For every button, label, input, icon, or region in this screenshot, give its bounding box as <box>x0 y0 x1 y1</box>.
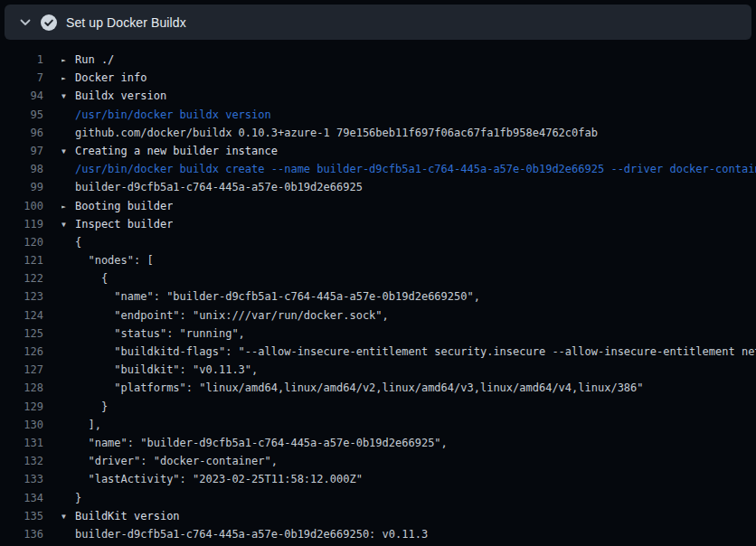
triangle-right-icon[interactable]: ► <box>61 52 75 69</box>
log-line-text: /usr/bin/docker buildx create --name bui… <box>61 160 756 178</box>
group-title: Creating a new builder instance <box>75 145 278 157</box>
line-number[interactable]: 100 <box>0 197 43 215</box>
line-number[interactable]: 134 <box>0 489 43 507</box>
triangle-down-icon[interactable]: ▼ <box>61 143 75 160</box>
step-header[interactable]: Set up Docker Buildx <box>5 5 751 40</box>
line-number[interactable]: 98 <box>0 160 43 178</box>
line-number[interactable]: 131 <box>0 434 43 452</box>
line-number[interactable]: 126 <box>0 343 43 361</box>
line-number[interactable]: 128 <box>0 379 43 397</box>
log-row[interactable]: 100 ►Booting builder <box>0 197 756 215</box>
line-number[interactable]: 124 <box>0 306 43 325</box>
log-row: 130 ], <box>0 416 756 434</box>
chevron-down-icon[interactable] <box>20 19 31 26</box>
triangle-down-icon[interactable]: ▼ <box>61 216 75 233</box>
line-number[interactable]: 136 <box>0 525 43 543</box>
log-line-text: "endpoint": "unix:///var/run/docker.sock… <box>61 306 389 325</box>
log-line-text: ►Run ./ <box>61 51 114 69</box>
log-line-text: ▼BuildKit version <box>61 507 180 525</box>
log-line-text: } <box>61 398 108 416</box>
line-number[interactable]: 97 <box>0 142 43 160</box>
check-circle-icon <box>41 14 57 31</box>
log-line-text: builder-d9cfb5a1-c764-445a-a57e-0b19d2e6… <box>61 178 363 196</box>
line-number[interactable]: 119 <box>0 215 43 233</box>
group-title: Booting builder <box>75 200 173 212</box>
log-row: 120 { <box>0 233 756 251</box>
log-line-text: ▼Inspect builder <box>61 215 173 233</box>
line-number[interactable]: 95 <box>0 106 43 124</box>
log-line-text: "name": "builder-d9cfb5a1-c764-445a-a57e… <box>61 287 480 306</box>
log-viewer: 1 ►Run ./ 7 ►Docker info 94 ▼Buildx vers… <box>0 40 756 546</box>
log-line-text: { <box>61 233 81 251</box>
log-line-text: builder-d9cfb5a1-c764-445a-a57e-0b19d2e6… <box>61 525 428 543</box>
log-row: 134 } <box>0 489 756 507</box>
log-line-text: "platforms": "linux/amd64,linux/amd64/v2… <box>61 379 644 397</box>
group-title: Buildx version <box>75 89 166 102</box>
log-row: 129 } <box>0 398 756 416</box>
log-row: 131 "name": "builder-d9cfb5a1-c764-445a-… <box>0 434 756 452</box>
group-title: Docker info <box>75 71 146 84</box>
log-line-text: "buildkit": "v0.11.3", <box>61 361 258 379</box>
log-row: 99 builder-d9cfb5a1-c764-445a-a57e-0b19d… <box>0 178 756 196</box>
log-line-text: /usr/bin/docker buildx version <box>61 106 271 124</box>
log-line-text: } <box>61 489 81 507</box>
line-number[interactable]: 120 <box>0 233 43 251</box>
log-line-text: "name": "builder-d9cfb5a1-c764-445a-a57e… <box>61 434 448 452</box>
log-row[interactable]: 135 ▼BuildKit version <box>0 507 756 525</box>
group-title: Inspect builder <box>75 218 173 231</box>
log-row: 95 /usr/bin/docker buildx version <box>0 106 756 124</box>
line-number[interactable]: 132 <box>0 452 43 470</box>
triangle-right-icon[interactable]: ► <box>61 198 75 215</box>
triangle-down-icon[interactable]: ▼ <box>61 508 75 525</box>
line-number[interactable]: 130 <box>0 416 43 434</box>
log-row: 98 /usr/bin/docker buildx create --name … <box>0 160 756 178</box>
triangle-down-icon[interactable]: ▼ <box>61 88 75 105</box>
log-line-text: ▼Buildx version <box>61 87 166 105</box>
log-line-text: github.com/docker/buildx 0.10.3+azure-1 … <box>61 124 598 142</box>
log-line-text: ►Booting builder <box>61 197 173 215</box>
log-line-text: "driver": "docker-container", <box>61 452 278 470</box>
log-row: 125 "status": "running", <box>0 325 756 343</box>
log-row[interactable]: 7 ►Docker info <box>0 69 756 87</box>
line-number[interactable]: 133 <box>0 470 43 488</box>
line-number[interactable]: 135 <box>0 507 43 525</box>
log-line-text: "status": "running", <box>61 325 245 343</box>
log-row: 126 "buildkitd-flags": "--allow-insecure… <box>0 343 756 361</box>
group-title: BuildKit version <box>75 510 180 522</box>
log-line-text: { <box>61 269 108 287</box>
line-number[interactable]: 129 <box>0 398 43 416</box>
log-row[interactable]: 94 ▼Buildx version <box>0 87 756 105</box>
log-row: 132 "driver": "docker-container", <box>0 452 756 470</box>
line-number[interactable]: 123 <box>0 287 43 306</box>
line-number[interactable]: 125 <box>0 325 43 343</box>
line-number[interactable]: 122 <box>0 269 43 287</box>
line-number[interactable]: 99 <box>0 178 43 196</box>
log-line-text: ▼Creating a new builder instance <box>61 142 278 160</box>
log-line-text: ►Docker info <box>61 69 146 87</box>
log-row: 124 "endpoint": "unix:///var/run/docker.… <box>0 306 756 325</box>
log-row: 96 github.com/docker/buildx 0.10.3+azure… <box>0 124 756 142</box>
log-row: 133 "lastActivity": "2023-02-25T11:58:12… <box>0 470 756 488</box>
triangle-right-icon[interactable]: ► <box>61 70 75 87</box>
log-row: 136 builder-d9cfb5a1-c764-445a-a57e-0b19… <box>0 525 756 543</box>
log-row: 122 { <box>0 269 756 287</box>
line-number[interactable]: 121 <box>0 251 43 269</box>
log-row: 128 "platforms": "linux/amd64,linux/amd6… <box>0 379 756 397</box>
line-number[interactable]: 94 <box>0 87 43 105</box>
line-number[interactable]: 127 <box>0 361 43 379</box>
log-line-text: "nodes": [ <box>61 251 154 269</box>
log-row[interactable]: 97 ▼Creating a new builder instance <box>0 142 756 160</box>
log-line-text: "buildkitd-flags": "--allow-insecure-ent… <box>61 343 756 361</box>
line-number[interactable]: 1 <box>0 51 43 69</box>
log-row: 127 "buildkit": "v0.11.3", <box>0 361 756 379</box>
log-row: 123 "name": "builder-d9cfb5a1-c764-445a-… <box>0 287 756 306</box>
log-row: 121 "nodes": [ <box>0 251 756 269</box>
log-row[interactable]: 119 ▼Inspect builder <box>0 215 756 233</box>
log-line-text: ], <box>61 416 101 434</box>
line-number[interactable]: 7 <box>0 69 43 87</box>
log-line-text: "lastActivity": "2023-02-25T11:58:12.000… <box>61 470 363 488</box>
step-title: Set up Docker Buildx <box>66 15 186 30</box>
log-row[interactable]: 1 ►Run ./ <box>0 51 756 69</box>
group-title: Run ./ <box>75 53 114 66</box>
line-number[interactable]: 96 <box>0 124 43 142</box>
